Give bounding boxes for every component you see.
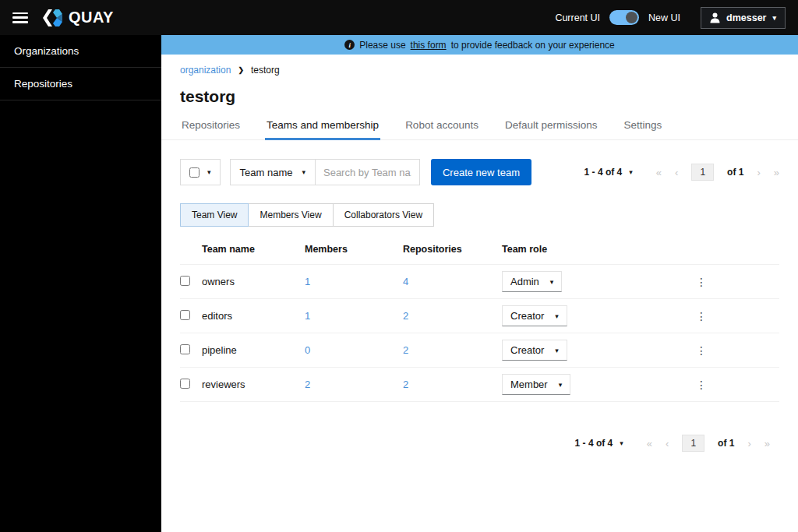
bulk-select-dropdown[interactable]: ▾ (180, 159, 221, 185)
team-search-input[interactable] (316, 159, 420, 185)
quay-logo[interactable]: QUAY (42, 9, 114, 26)
masthead: QUAY Current UI New UI dmesser ▾ (0, 0, 798, 35)
previous-page-button[interactable]: ‹ (675, 167, 678, 178)
next-page-button[interactable]: › (747, 438, 750, 449)
breadcrumb-organization-link[interactable]: organization (180, 65, 231, 76)
breadcrumb-current: testorg (251, 65, 280, 76)
user-menu-dropdown[interactable]: dmesser ▾ (701, 7, 786, 29)
chevron-down-icon: ▾ (559, 381, 563, 389)
team-name-cell: reviewers (202, 368, 305, 402)
row-checkbox[interactable] (180, 379, 190, 389)
column-header-actions (693, 236, 779, 265)
quay-logo-icon (42, 9, 63, 26)
bulk-select-checkbox[interactable] (189, 167, 200, 178)
feedback-form-link[interactable]: this form (411, 40, 447, 51)
row-checkbox[interactable] (180, 310, 190, 320)
banner-text-after: to provide feedback on your experience (451, 40, 615, 51)
new-ui-label: New UI (648, 12, 680, 23)
team-role-value: Member (510, 379, 548, 390)
team-role-value: Creator (510, 344, 544, 356)
members-count-link[interactable]: 1 (305, 310, 310, 322)
team-role-value: Admin (510, 276, 539, 287)
members-count-link[interactable]: 2 (305, 379, 310, 390)
team-name-cell: owners (202, 265, 305, 299)
breadcrumb-separator-icon: ❯ (238, 66, 244, 74)
team-role-value: Creator (510, 310, 544, 322)
first-page-button[interactable]: « (647, 438, 652, 449)
collaborators-view-button[interactable]: Collaborators View (333, 203, 435, 227)
filter-type-dropdown[interactable]: Team name ▾ (230, 159, 316, 185)
view-toggle-group: Team View Members View Collaborators Vie… (180, 203, 779, 227)
next-page-button[interactable]: › (757, 167, 760, 178)
breadcrumb: organization ❯ testorg (180, 65, 779, 76)
first-page-button[interactable]: « (656, 167, 662, 178)
teams-table: Team name Members Repositories Team role… (180, 236, 779, 402)
brand-name: QUAY (69, 9, 114, 26)
filter-type-label: Team name (240, 167, 293, 178)
hamburger-menu-icon[interactable] (12, 12, 28, 23)
column-header-members: Members (305, 236, 403, 265)
repositories-count-link[interactable]: 2 (403, 344, 408, 356)
column-header-repositories: Repositories (403, 236, 502, 265)
org-tabs: Repositories Teams and membership Robot … (161, 112, 798, 140)
team-role-select[interactable]: Creator ▾ (502, 340, 567, 361)
row-kebab-menu-icon[interactable]: ⋮ (693, 379, 710, 391)
row-kebab-menu-icon[interactable]: ⋮ (693, 344, 710, 357)
pagination-range: 1 - 4 of 4 (584, 167, 623, 178)
last-page-button[interactable]: » (764, 438, 770, 449)
row-checkbox[interactable] (180, 344, 190, 354)
toggle-knob (626, 12, 637, 23)
team-role-select[interactable]: Creator ▾ (502, 305, 567, 326)
sidebar-item-repositories[interactable]: Repositories (0, 68, 161, 100)
row-kebab-menu-icon[interactable]: ⋮ (693, 310, 710, 322)
table-row: reviewers 2 2 Member ▾ ⋮ (180, 368, 779, 402)
current-ui-label: Current UI (555, 12, 600, 23)
info-icon: i (344, 40, 355, 50)
members-count-link[interactable]: 0 (305, 344, 310, 356)
create-new-team-button[interactable]: Create new team (431, 159, 531, 185)
repositories-count-link[interactable]: 4 (403, 276, 408, 287)
table-row: owners 1 4 Admin ▾ ⋮ (180, 265, 779, 299)
pagination-top: 1 - 4 of 4 ▾ « ‹ 1 of 1 › » (584, 164, 779, 181)
row-kebab-menu-icon[interactable]: ⋮ (693, 276, 710, 288)
column-header-team-name: Team name (202, 236, 305, 265)
table-row: pipeline 0 2 Creator ▾ ⋮ (180, 333, 779, 368)
per-page-dropdown-icon[interactable]: ▾ (629, 168, 633, 176)
repositories-count-link[interactable]: 2 (403, 310, 408, 322)
tab-repositories[interactable]: Repositories (180, 112, 242, 140)
pagination-range: 1 - 4 of 4 (575, 438, 613, 449)
table-row: editors 1 2 Creator ▾ ⋮ (180, 299, 779, 333)
per-page-dropdown-icon[interactable]: ▾ (620, 439, 623, 447)
tab-settings[interactable]: Settings (622, 112, 663, 140)
team-name-cell: editors (202, 299, 305, 333)
chevron-down-icon: ▾ (302, 168, 305, 176)
chevron-down-icon: ▾ (550, 278, 554, 286)
current-page-input[interactable]: 1 (691, 164, 714, 181)
column-header-team-role: Team role (502, 236, 693, 265)
repositories-count-link[interactable]: 2 (403, 379, 408, 390)
previous-page-button[interactable]: ‹ (666, 438, 669, 449)
sidebar-item-organizations[interactable]: Organizations (0, 35, 161, 68)
members-count-link[interactable]: 1 (305, 276, 310, 287)
row-checkbox[interactable] (180, 276, 190, 286)
chevron-down-icon: ▾ (555, 312, 559, 320)
team-role-select[interactable]: Admin ▾ (502, 271, 562, 292)
tab-default-permissions[interactable]: Default permissions (503, 112, 599, 140)
page-count-label: of 1 (718, 438, 734, 449)
feedback-banner: i Please use this form to provide feedba… (161, 35, 798, 55)
sidebar-nav: Organizations Repositories (0, 35, 161, 532)
current-page-input[interactable]: 1 (682, 435, 704, 452)
members-view-button[interactable]: Members View (248, 203, 333, 227)
column-header-checkbox (180, 236, 202, 265)
banner-text-before: Please use (359, 40, 405, 51)
main-content: i Please use this form to provide feedba… (161, 35, 798, 532)
last-page-button[interactable]: » (774, 167, 779, 178)
ui-version-toggle[interactable] (609, 10, 639, 25)
tab-robot-accounts[interactable]: Robot accounts (404, 112, 480, 140)
teams-toolbar: ▾ Team name ▾ Create new team 1 - 4 of 4… (180, 159, 779, 185)
page-count-label: of 1 (727, 167, 743, 178)
team-role-select[interactable]: Member ▾ (502, 374, 570, 395)
tab-teams-and-membership[interactable]: Teams and membership (265, 112, 380, 140)
user-icon (710, 12, 720, 23)
team-view-button[interactable]: Team View (180, 203, 249, 227)
